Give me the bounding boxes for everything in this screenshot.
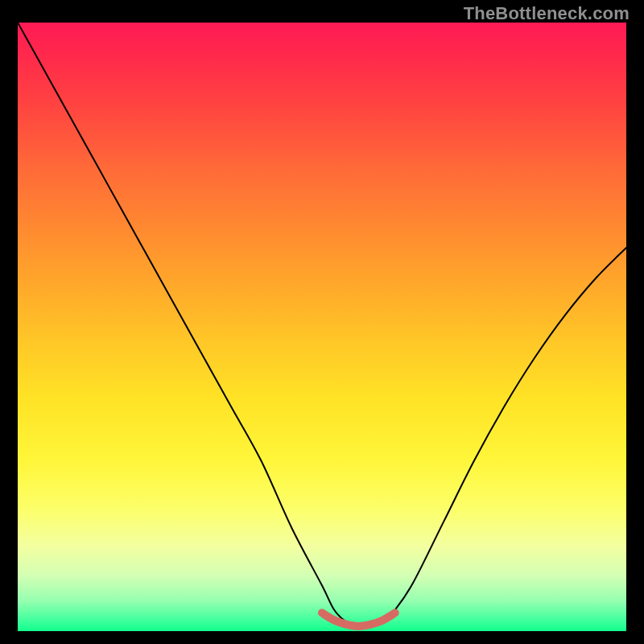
watermark-text: TheBottleneck.com — [464, 3, 630, 24]
chart-frame: TheBottleneck.com — [0, 0, 644, 644]
flat-bump — [322, 613, 395, 626]
plot-area — [18, 23, 626, 631]
curve-layer — [18, 23, 626, 631]
bottleneck-curve — [18, 23, 626, 627]
